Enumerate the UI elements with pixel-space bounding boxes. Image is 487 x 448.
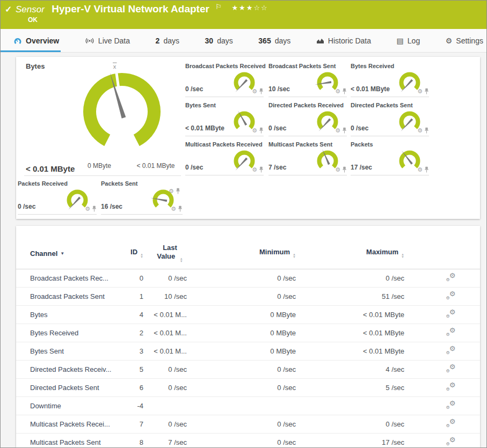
gauge-multicast-packets-sent: Multicast Packets Sent7 /sec⚙ bbox=[268, 141, 347, 175]
tab-label: days bbox=[217, 36, 233, 45]
channel-settings-icon[interactable]: ⚙⚙ bbox=[446, 310, 456, 318]
pin-icon[interactable] bbox=[259, 166, 264, 173]
pin-icon[interactable] bbox=[424, 166, 429, 173]
table-row: Bytes Sent3< 0.01 M...0 MByte< 0.01 MByt… bbox=[16, 342, 480, 361]
pin-icon[interactable] bbox=[259, 127, 264, 134]
channel-last: < 0.01 M... bbox=[153, 324, 204, 342]
channel-min: 0 /sec bbox=[204, 269, 314, 288]
gauges-panel: Bytes x 0 MByte < 0.01 MByte < 0.01 MByt… bbox=[16, 57, 480, 219]
gauge-settings-gear-icon[interactable]: ⚙ bbox=[417, 89, 423, 94]
channel-actions: ⚙⚙ bbox=[421, 397, 480, 415]
gauge-settings-gear-icon[interactable]: ⚙ bbox=[252, 128, 257, 134]
gauge-settings-gear-icon[interactable]: ⚙ bbox=[335, 128, 340, 134]
gauge-settings-gear-icon[interactable]: ⚙ bbox=[335, 89, 340, 94]
bytes-main-gauge: x bbox=[60, 61, 184, 163]
pin-icon[interactable] bbox=[342, 166, 347, 173]
tab-365-days[interactable]: 365days bbox=[258, 29, 290, 52]
column-header-actions bbox=[421, 238, 480, 269]
channel-id: 2 bbox=[129, 324, 153, 342]
channel-settings-icon[interactable]: ⚙⚙ bbox=[446, 420, 456, 428]
gauge-settings-gear-icon[interactable]: ⚙ bbox=[171, 206, 176, 212]
channel-min: 0 MByte bbox=[204, 306, 314, 324]
channel-last: < 0.01 M... bbox=[153, 342, 204, 361]
sort-icon: ▲▼ bbox=[180, 258, 183, 263]
channel-name: Downtime bbox=[16, 397, 129, 415]
gauge-actions: ⚙ bbox=[171, 205, 183, 212]
tab-historic-data[interactable]: Historic Data bbox=[316, 29, 371, 52]
table-row: Broadcast Packets Rec...00 /sec0 /sec0 /… bbox=[16, 269, 480, 288]
channel-max: 4 /sec bbox=[314, 361, 421, 379]
pin-icon[interactable] bbox=[342, 127, 347, 134]
channel-actions: ⚙⚙ bbox=[421, 361, 480, 379]
table-row: Bytes Received2< 0.01 M...0 MByte< 0.01 … bbox=[16, 324, 480, 342]
gauge-value: < 0.01 MByte bbox=[185, 124, 224, 132]
column-header-channel[interactable]: Channel▼ bbox=[16, 238, 129, 269]
pin-icon[interactable] bbox=[342, 88, 347, 95]
favorite-rating[interactable]: ★★★☆☆ bbox=[231, 4, 268, 12]
pin-icon[interactable] bbox=[178, 205, 183, 212]
gauge-broadcast-packets-sent: Broadcast Packets Sent10 /sec⚙ bbox=[268, 62, 347, 97]
tab-live-data[interactable]: Live Data bbox=[85, 29, 130, 52]
gauge-settings-gear-icon[interactable]: ⚙ bbox=[252, 167, 257, 173]
pin-icon[interactable] bbox=[424, 127, 429, 134]
table-row: Broadcast Packets Sent110 /sec0 /sec51 /… bbox=[16, 288, 480, 306]
gauge-actions: ⚙ bbox=[417, 88, 429, 95]
tab-bar: OverviewLive Data2days30days365daysHisto… bbox=[1, 29, 486, 53]
priority-flag-icon[interactable]: ⚐ bbox=[215, 3, 222, 11]
channel-min: 0 /sec bbox=[204, 379, 314, 397]
column-header-last-value[interactable]: LastValue ▲▼ bbox=[153, 238, 204, 269]
gauge-value: 7 /sec bbox=[268, 164, 286, 171]
main-gauge-scale-min: 0 MByte bbox=[72, 162, 126, 170]
gauge-label: Packets bbox=[351, 141, 373, 148]
tab-label: days bbox=[163, 36, 179, 45]
table-row: Multicast Packets Sent87 /sec0 /sec17 /s… bbox=[16, 434, 480, 448]
pin-icon[interactable] bbox=[92, 205, 97, 212]
channel-settings-icon[interactable]: ⚙⚙ bbox=[446, 292, 456, 300]
sort-icon: ▲▼ bbox=[293, 253, 296, 259]
tab-log[interactable]: ▤Log bbox=[397, 29, 420, 52]
channel-settings-icon[interactable]: ⚙⚙ bbox=[446, 365, 456, 373]
gauge-packets-received: Packets Received0 /sec⚙ bbox=[18, 180, 97, 215]
channel-name: Directed Packets Receiv... bbox=[16, 361, 129, 379]
column-header-minimum[interactable]: Minimum▲▼ bbox=[204, 238, 314, 269]
gauge-broadcast-packets-received: Broadcast Packets Received0 /sec⚙ bbox=[185, 62, 264, 97]
gauge-settings-gear-icon[interactable]: ⚙ bbox=[417, 167, 423, 173]
average-marker: x bbox=[113, 63, 117, 70]
pin-icon[interactable] bbox=[259, 88, 264, 95]
channels-panel: Channel▼ID▲▼LastValue ▲▼Minimum▲▼Maximum… bbox=[16, 226, 480, 447]
gauge-label: Packets Received bbox=[18, 180, 68, 187]
prtg-window: ✓ Sensor Hyper-V Virtual Network Adapter… bbox=[0, 0, 487, 448]
column-header-label: ID bbox=[130, 248, 137, 256]
pin-icon[interactable] bbox=[424, 88, 429, 95]
channel-settings-icon[interactable]: ⚙⚙ bbox=[446, 274, 456, 282]
tab-30-days[interactable]: 30days bbox=[205, 29, 233, 52]
channel-settings-icon[interactable]: ⚙⚙ bbox=[446, 383, 456, 391]
sort-icon: ▲▼ bbox=[401, 253, 404, 259]
column-header-id[interactable]: ID▲▼ bbox=[129, 238, 153, 269]
table-row: Downtime-4⚙⚙ bbox=[16, 397, 480, 415]
gauge-settings-gear-icon[interactable]: ⚙ bbox=[417, 128, 423, 134]
main-gauge-value: < 0.01 MByte bbox=[26, 164, 75, 173]
channel-id: 8 bbox=[129, 434, 153, 448]
channels-table: Channel▼ID▲▼LastValue ▲▼Minimum▲▼Maximum… bbox=[16, 238, 480, 448]
channel-settings-icon[interactable]: ⚙⚙ bbox=[446, 347, 456, 355]
channel-actions: ⚙⚙ bbox=[421, 434, 480, 448]
channel-name: Directed Packets Sent bbox=[16, 379, 129, 397]
channel-name: Broadcast Packets Sent bbox=[16, 288, 129, 306]
tab-2-days[interactable]: 2days bbox=[156, 29, 179, 52]
tab-label: Historic Data bbox=[328, 36, 371, 45]
gauge-value: 16 /sec bbox=[101, 203, 122, 210]
channel-settings-icon[interactable]: ⚙⚙ bbox=[446, 438, 456, 446]
channel-settings-icon[interactable]: ⚙⚙ bbox=[446, 328, 456, 336]
tab-overview[interactable]: Overview bbox=[13, 29, 59, 52]
gauge-settings-gear-icon[interactable]: ⚙ bbox=[85, 206, 90, 212]
gauge-settings-gear-icon[interactable]: ⚙ bbox=[252, 89, 257, 94]
channel-max: 17 /sec bbox=[314, 434, 421, 448]
gauge-value: 10 /sec bbox=[268, 85, 290, 93]
tab-settings[interactable]: ⚙Settings bbox=[446, 29, 483, 52]
gauge-settings-gear-icon[interactable]: ⚙ bbox=[335, 167, 340, 173]
channel-settings-icon[interactable]: ⚙⚙ bbox=[446, 401, 456, 409]
live-data-icon bbox=[85, 38, 95, 44]
sort-icon: ▲▼ bbox=[140, 253, 143, 259]
column-header-maximum[interactable]: Maximum▲▼ bbox=[314, 238, 421, 269]
